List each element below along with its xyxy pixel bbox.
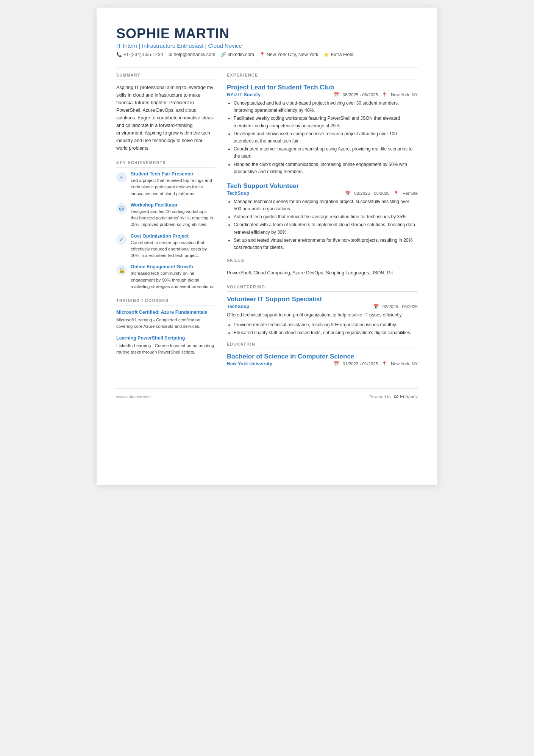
powered-by-text: Powered by xyxy=(369,394,391,399)
volunteering-divider xyxy=(227,291,418,292)
main-content: SUMMARY Aspiring IT professional aiming … xyxy=(116,73,418,373)
achievement-0: ✂ Student Tech Fair Presenter Led a proj… xyxy=(116,171,215,197)
footer: www.enhancv.com Powered by ∞ Enhancv xyxy=(116,388,418,401)
education-0: Bachelor of Science in Computer Science … xyxy=(227,353,418,366)
education-divider xyxy=(227,349,418,349)
achievement-desc-0: Led a project that received top ratings … xyxy=(131,177,215,197)
brand-name: Enhancv xyxy=(400,394,418,399)
resume-page: SOPHIE MARTIN IT Intern | Infrastructure… xyxy=(97,8,437,485)
achievement-desc-1: Designed and led 10 coding workshops tha… xyxy=(131,208,215,228)
achievements-divider xyxy=(116,167,215,167)
skills-text: PowerShell, Cloud Computing, Azure DevOp… xyxy=(227,269,418,277)
bullet: Set up and tested virtual server environ… xyxy=(234,237,418,251)
loc-icon-edu: 📍 xyxy=(382,361,387,366)
right-column: EXPERIENCE Project Lead for Student Tech… xyxy=(227,73,418,373)
bullet: Coordinated a server management workshop… xyxy=(234,146,418,160)
edu-org-row-0: New York University 📅 01/2023 - 01/2025 … xyxy=(227,361,418,366)
summary-label: SUMMARY xyxy=(116,73,215,77)
experience-label: EXPERIENCE xyxy=(227,73,418,77)
footer-website: www.enhancv.com xyxy=(116,394,151,399)
candidate-subtitle: IT Intern | Infrastructure Enthusiast | … xyxy=(116,42,418,49)
contact-bar: 📞 +1-(234)-555-1234 ✉ help@enhancv.com 🔗… xyxy=(116,52,418,60)
email-icon: ✉ xyxy=(169,52,172,57)
summary-text: Aspiring IT professional aiming to lever… xyxy=(116,84,215,152)
location-icon: 📍 xyxy=(259,52,265,57)
cal-icon-vol: 📅 xyxy=(373,304,379,309)
volunteering-label: VOLUNTEERING xyxy=(227,285,418,289)
cal-icon-edu: 📅 xyxy=(334,361,339,366)
experience-0: Project Lead for Student Tech Club NYU I… xyxy=(227,84,418,175)
exp-dates-0: 📅 06/2025 - 06/2025 📍 New York, NY xyxy=(334,92,418,97)
candidate-name: SOPHIE MARTIN xyxy=(116,26,418,42)
achievement-title-1: Workshop Facilitator xyxy=(131,202,215,208)
achievement-3: 🔒 Online Engagement Growth Increased tec… xyxy=(116,264,215,290)
bullet: Conceptualized and led a cloud-based pro… xyxy=(234,100,418,114)
star-icon: ⭐ xyxy=(323,52,329,57)
training-title-0: Microsoft Certified: Azure Fundamentals xyxy=(116,309,215,316)
training-0: Microsoft Certified: Azure Fundamentals … xyxy=(116,309,215,330)
linkedin-icon: 🔗 xyxy=(220,52,226,57)
skills-divider xyxy=(227,265,418,265)
bullet: Provided remote technical assistance, re… xyxy=(234,321,418,329)
training-desc-1: LinkedIn Learning - Course focused on au… xyxy=(116,343,215,356)
achievement-title-0: Student Tech Fair Presenter xyxy=(131,171,215,177)
training-title-1: Learning PowerShell Scripting xyxy=(116,335,215,342)
achievements-label: KEY ACHIEVEMENTS xyxy=(116,160,215,165)
contact-extra: ⭐ Extra Field xyxy=(323,52,353,57)
exp-bullets-0: Conceptualized and led a cloud-based pro… xyxy=(227,100,418,175)
contact-phone: 📞 +1-(234)-555-1234 xyxy=(116,52,163,57)
achievement-icon-1: ◎ xyxy=(116,203,127,214)
bullet: Authored tech guides that reduced the av… xyxy=(234,213,418,221)
vol-meta-0: TechSoup 📅 02/2025 - 05/2025 xyxy=(227,304,418,309)
achievement-title-3: Online Engagement Growth xyxy=(131,264,215,269)
achievement-2: ✓ Cost Optimization Project Contributed … xyxy=(116,233,215,259)
loc-icon-0: 📍 xyxy=(382,92,387,97)
vol-bullets-0: Provided remote technical assistance, re… xyxy=(227,321,418,337)
contact-location: 📍 New York City, New York xyxy=(259,52,319,57)
exp-title-1: Tech Support Volunteer xyxy=(227,182,418,190)
bullet: Coordinated with a team of volunteers to… xyxy=(234,221,418,236)
bullet: Educated charity staff on cloud-based to… xyxy=(234,329,418,337)
volunteering-0: Volunteer IT Support Specialist TechSoup… xyxy=(227,296,418,337)
training-desc-0: Microsoft Learning - Completed certifica… xyxy=(116,317,215,330)
achievement-icon-0: ✂ xyxy=(116,172,127,183)
enhancv-logo: Powered by ∞ Enhancv xyxy=(369,393,418,401)
exp-meta-1: TechSoup 📅 02/2025 - 05/2025 📍 Remote xyxy=(227,191,418,196)
achievement-desc-2: Contributed to server optimization that … xyxy=(131,239,215,259)
edu-org-name-0: New York University xyxy=(227,361,272,366)
exp-meta-0: NYU IT Society 📅 06/2025 - 06/2025 📍 New… xyxy=(227,92,418,97)
left-column: SUMMARY Aspiring IT professional aiming … xyxy=(116,73,215,373)
achievement-title-2: Cost Optimization Project xyxy=(131,233,215,239)
exp-org-0: NYU IT Society xyxy=(227,92,261,97)
bullet: Handled the club's digital communication… xyxy=(234,161,418,175)
experience-1: Tech Support Volunteer TechSoup 📅 02/202… xyxy=(227,182,418,251)
exp-dates-1: 📅 02/2025 - 05/2025 📍 Remote xyxy=(345,191,418,196)
header: SOPHIE MARTIN IT Intern | Infrastructure… xyxy=(116,26,418,60)
contact-linkedin: 🔗 linkedin.com xyxy=(220,52,254,57)
skills-label: SKILLS xyxy=(227,258,418,263)
vol-dates-0: 📅 02/2025 - 05/2025 xyxy=(373,304,418,309)
training-label: TRAINING / COURSES xyxy=(116,298,215,303)
summary-divider xyxy=(116,80,215,80)
achievement-icon-3: 🔒 xyxy=(116,265,127,275)
edu-dates-0: 📅 01/2023 - 01/2025 📍 New York, NY xyxy=(334,361,418,366)
phone-icon: 📞 xyxy=(116,52,122,57)
achievement-1: ◎ Workshop Facilitator Designed and led … xyxy=(116,202,215,228)
exp-bullets-1: Managed technical queries for an ongoing… xyxy=(227,198,418,251)
exp-title-0: Project Lead for Student Tech Club xyxy=(227,84,418,91)
edu-title-0: Bachelor of Science in Computer Science xyxy=(227,353,418,360)
contact-email: ✉ help@enhancv.com xyxy=(169,52,215,57)
achievement-icon-2: ✓ xyxy=(116,234,127,245)
training-divider xyxy=(116,305,215,305)
experience-divider xyxy=(227,80,418,80)
bullet: Facilitated weekly coding workshops feat… xyxy=(234,115,418,129)
logo-mark: ∞ xyxy=(393,393,398,401)
achievement-desc-3: Increased tech community online engageme… xyxy=(131,270,215,290)
header-divider xyxy=(116,67,418,67)
cal-icon-0: 📅 xyxy=(334,92,339,97)
exp-org-1: TechSoup xyxy=(227,191,250,196)
education-label: EDUCATION xyxy=(227,342,418,346)
vol-desc-0: Offered technical support to non-profit … xyxy=(227,311,418,319)
vol-org-0: TechSoup xyxy=(227,304,250,309)
training-1: Learning PowerShell Scripting LinkedIn L… xyxy=(116,335,215,355)
